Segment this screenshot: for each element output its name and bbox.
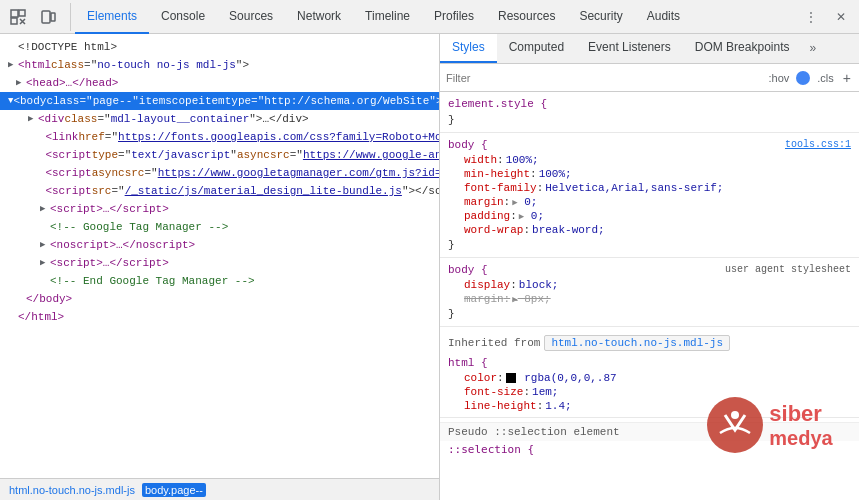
body-ua-source: user agent stylesheet	[725, 264, 851, 276]
hov-toggle[interactable]: :hov	[766, 71, 793, 85]
tab-network[interactable]: Network	[285, 0, 353, 34]
filter-input[interactable]	[446, 72, 762, 84]
style-rule-strikethrough: margin: ▶ 8px;	[440, 292, 859, 306]
filter-controls: :hov .cls +	[766, 70, 853, 86]
style-block-body-ua: body { user agent stylesheet display: bl…	[440, 262, 859, 327]
dom-script2[interactable]: ▶ <script>…</script>	[0, 254, 439, 272]
styles-tab-computed[interactable]: Computed	[497, 34, 576, 63]
style-rule: display: block;	[440, 278, 859, 292]
styles-tab-event-listeners[interactable]: Event Listeners	[576, 34, 683, 63]
style-block-close3: }	[440, 306, 859, 322]
style-block-html: html { color: rgba(0,0,0,.87 font-size: …	[440, 355, 859, 418]
dom-tree: <!DOCTYPE html> ▶ <html class="no-touch …	[0, 34, 439, 478]
inherited-tag[interactable]: html.no-touch.no-js.mdl-js	[544, 335, 730, 351]
style-block-close: }	[440, 112, 859, 128]
dom-script-mdl[interactable]: <script src="/_static/js/material_design…	[0, 182, 439, 200]
devtools-toolbar: Elements Console Sources Network Timelin…	[0, 0, 859, 34]
dom-head[interactable]: ▶ <head>…</head>	[0, 74, 439, 92]
style-block-body-header: body { tools.css:1	[440, 137, 859, 153]
dom-comment-end-gtm: <!-- End Google Tag Manager -->	[0, 272, 439, 290]
style-rule: word-wrap: break-word;	[440, 223, 859, 237]
color-picker-dot[interactable]	[796, 71, 810, 85]
styles-panel: Styles Computed Event Listeners DOM Brea…	[440, 34, 859, 500]
style-block-element: element.style { }	[440, 96, 859, 133]
body-ua-selector[interactable]: body {	[448, 264, 488, 276]
dom-noscript[interactable]: ▶ <noscript>…</noscript>	[0, 236, 439, 254]
dom-comment-gtm: <!-- Google Tag Manager -->	[0, 218, 439, 236]
svg-rect-0	[11, 10, 18, 17]
svg-rect-4	[51, 13, 55, 21]
style-rule: margin: ▶ 0;	[440, 195, 859, 209]
dom-body-close: </body>	[0, 290, 439, 308]
tab-elements[interactable]: Elements	[75, 0, 149, 34]
style-rule: color: rgba(0,0,0,.87	[440, 371, 859, 385]
dom-link[interactable]: <link href="https://fonts.googleapis.com…	[0, 128, 439, 146]
style-rule: width: 100%;	[440, 153, 859, 167]
svg-rect-2	[11, 18, 17, 24]
style-block-body-tools: body { tools.css:1 width: 100%; min-heig…	[440, 137, 859, 258]
devtools-nav: Elements Console Sources Network Timelin…	[75, 0, 799, 34]
style-rule: font-family: Helvetica,Arial,sans-serif;	[440, 181, 859, 195]
svg-rect-1	[19, 10, 25, 16]
breadcrumb-body[interactable]: body.page--	[142, 483, 206, 497]
dom-html[interactable]: ▶ <html class="no-touch no-js mdl-js">	[0, 56, 439, 74]
style-block-ua-header: body { user agent stylesheet	[440, 262, 859, 278]
style-rule: padding: ▶ 0;	[440, 209, 859, 223]
elements-breadcrumb: html.no-touch.no-js.mdl-js body.page--	[0, 478, 439, 500]
pseudo-block: ::selection {	[440, 441, 859, 458]
color-swatch[interactable]	[506, 373, 516, 383]
style-block-close2: }	[440, 237, 859, 253]
device-mode-button[interactable]	[34, 3, 62, 31]
breadcrumb-html[interactable]: html.no-touch.no-js.mdl-js	[6, 483, 138, 497]
style-rule: font-size: 1em;	[440, 385, 859, 399]
tab-profiles[interactable]: Profiles	[422, 0, 486, 34]
styles-content: element.style { } body { tools.css:1 wid…	[440, 92, 859, 500]
tab-sources[interactable]: Sources	[217, 0, 285, 34]
body-source-link[interactable]: tools.css:1	[785, 139, 851, 151]
style-selector[interactable]: element.style {	[448, 98, 547, 110]
styles-tabs: Styles Computed Event Listeners DOM Brea…	[440, 34, 859, 64]
dom-script-gtm[interactable]: <script async src="https://www.googletag…	[0, 164, 439, 182]
body-selector[interactable]: body {	[448, 139, 488, 151]
inherited-from-section: Inherited from html.no-touch.no-js.mdl-j…	[440, 331, 859, 355]
html-selector[interactable]: html {	[448, 357, 488, 369]
inspect-element-button[interactable]	[4, 3, 32, 31]
dom-script-empty[interactable]: ▶ <script>…</script>	[0, 200, 439, 218]
styles-more-tabs[interactable]: »	[803, 34, 822, 63]
close-devtools-button[interactable]: ✕	[827, 3, 855, 31]
dom-body-selected[interactable]: ▼ <body class="page--" itemscope itemtyp…	[0, 92, 439, 110]
dom-doctype: <!DOCTYPE html>	[0, 38, 439, 56]
styles-tab-styles[interactable]: Styles	[440, 34, 497, 63]
devtools-main: <!DOCTYPE html> ▶ <html class="no-touch …	[0, 34, 859, 500]
styles-tab-dom-breakpoints[interactable]: DOM Breakpoints	[683, 34, 802, 63]
tab-timeline[interactable]: Timeline	[353, 0, 422, 34]
toolbar-icon-group	[4, 3, 71, 31]
pseudo-selection-label: Pseudo ::selection element	[440, 422, 859, 441]
style-rule: line-height: 1.4;	[440, 399, 859, 413]
style-block-html-header: html {	[440, 355, 859, 371]
style-block-header: element.style {	[440, 96, 859, 112]
tab-audits[interactable]: Audits	[635, 0, 692, 34]
elements-panel: <!DOCTYPE html> ▶ <html class="no-touch …	[0, 34, 440, 500]
style-rule: min-height: 100%;	[440, 167, 859, 181]
more-tabs-button[interactable]: ⋮	[799, 3, 823, 31]
cls-toggle[interactable]: .cls	[814, 71, 837, 85]
dom-script-analytics[interactable]: <script type="text/javascript" async src…	[0, 146, 439, 164]
tab-console[interactable]: Console	[149, 0, 217, 34]
svg-rect-3	[42, 11, 50, 23]
add-style-button[interactable]: +	[841, 70, 853, 86]
tab-security[interactable]: Security	[567, 0, 634, 34]
filter-bar: :hov .cls +	[440, 64, 859, 92]
dom-mdl-container[interactable]: ▶ <div class="mdl-layout__container">…</…	[0, 110, 439, 128]
dom-html-close: </html>	[0, 308, 439, 326]
tab-resources[interactable]: Resources	[486, 0, 567, 34]
